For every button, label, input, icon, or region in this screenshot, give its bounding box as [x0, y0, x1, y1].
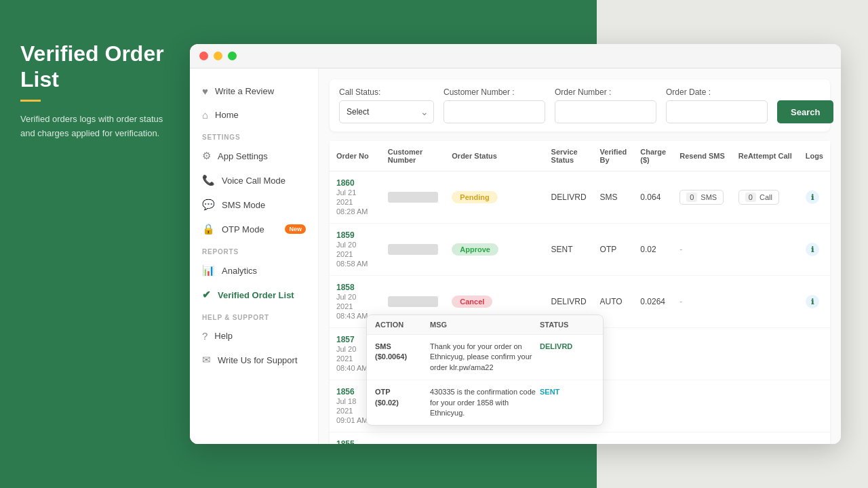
tooltip-status-2: SENT: [540, 387, 595, 397]
sidebar-item-otp-mode[interactable]: 🔒 OTP Mode New: [190, 217, 318, 241]
tooltip-header: ACTION MSG STATUS: [367, 315, 603, 335]
minimize-dot[interactable]: [214, 52, 222, 60]
customer-number-blurred: ●●●●●●●●●●: [388, 192, 438, 203]
col-reattempt-call: ReAttempt Call: [732, 141, 799, 171]
home-icon: ⌂: [202, 109, 208, 121]
customer-number-cell: ●●●●●●●●●●: [381, 171, 445, 224]
customer-number-input[interactable]: [443, 100, 545, 123]
order-time: 09:01 AM: [336, 416, 368, 424]
col-order-no: Order No: [330, 141, 381, 171]
info-icon[interactable]: ℹ: [806, 190, 819, 204]
verified-by-cell: AUTO: [593, 432, 634, 445]
info-icon[interactable]: ℹ: [806, 295, 819, 308]
order-link[interactable]: 1856: [336, 387, 355, 396]
reattempt-call-button[interactable]: 0 Call: [738, 190, 779, 205]
order-date: Jul 21 2021: [336, 188, 356, 206]
charge-cell: 0.0264: [633, 276, 673, 328]
resend-sms-cell: [673, 380, 732, 432]
order-link[interactable]: 1855: [336, 439, 355, 444]
tooltip-col-status: STATUS: [540, 321, 595, 329]
order-number-group: Order Number :: [555, 87, 656, 123]
resend-sms-cell: [673, 328, 732, 380]
hero-background: Verified Order List Verified orders logs…: [0, 0, 190, 488]
logs-cell: ℹ: [799, 224, 830, 276]
call-status-label: Call Status:: [339, 87, 434, 97]
status-badge-pending: Pending: [452, 191, 497, 203]
sidebar-label-app-settings: App Settings: [218, 151, 268, 161]
order-status-cell: Pending: [445, 171, 544, 224]
order-time: 08:40 AM: [336, 364, 368, 372]
resend-sms-button[interactable]: 0 SMS: [679, 190, 724, 205]
order-link[interactable]: 1857: [336, 335, 355, 344]
status-badge-approve: Approve: [452, 243, 498, 256]
call-status-select-wrapper: Select: [339, 100, 434, 123]
sidebar-item-voice-call[interactable]: 📞 Voice Call Mode: [190, 168, 318, 192]
sms-icon: 💬: [202, 199, 215, 211]
table-row: 1855 Jul 15 2021 04:37 AM ●●●●●●●●●● Can…: [330, 432, 830, 445]
resend-sms-cell: -: [673, 276, 732, 328]
sidebar-item-sms-mode[interactable]: 💬 SMS Mode: [190, 192, 318, 217]
tooltip-row-1: SMS($0.0064) Thank you for your order on…: [367, 335, 603, 380]
resend-sms-cell: -: [673, 224, 732, 276]
sidebar: ♥ Write a Review ⌂ Home SETTINGS ⚙ App S…: [190, 68, 319, 444]
verified-by-cell: OTP: [593, 224, 634, 276]
tooltip-row-2: OTP($0.02) 430335 is the confirmation co…: [367, 380, 603, 425]
order-time: 08:43 AM: [336, 312, 368, 320]
status-badge-cancel: Cancel: [452, 296, 492, 308]
tooltip-action-2: OTP($0.02): [375, 387, 430, 408]
order-no-cell: 1859 Jul 20 2021 08:58 AM: [330, 224, 381, 276]
order-date-group: Order Date :: [666, 87, 768, 123]
sidebar-item-write-review[interactable]: ♥ Write a Review: [190, 79, 318, 103]
hero-description: Verified orders logs with order status a…: [20, 113, 170, 141]
tooltip-status-1: DELIVRD: [540, 342, 595, 352]
charge-cell: [633, 328, 673, 380]
otp-new-badge: New: [285, 224, 306, 234]
customer-number-cell: ●●●●●●●●●●: [381, 432, 445, 445]
maximize-dot[interactable]: [228, 52, 237, 60]
sidebar-label-otp-mode: OTP Mode: [222, 224, 264, 235]
hero-title: Verified Order List: [20, 41, 170, 93]
col-charge: Charge($): [633, 141, 673, 171]
order-date: Jul 20 2021: [336, 241, 356, 258]
sidebar-label-verified-order: Verified Order List: [218, 290, 294, 300]
order-link[interactable]: 1858: [336, 283, 355, 292]
order-no-cell: 1855 Jul 15 2021 04:37 AM: [330, 432, 381, 445]
window-body: ♥ Write a Review ⌂ Home SETTINGS ⚙ App S…: [190, 68, 841, 444]
col-verified-by: VerifiedBy: [593, 141, 634, 171]
sidebar-item-write-support[interactable]: ✉ Write Us for Support: [190, 348, 318, 372]
order-date-input[interactable]: [666, 100, 768, 123]
hero-divider: [20, 100, 41, 102]
sms-label: SMS: [701, 193, 717, 201]
verified-by-cell: SMS: [593, 171, 634, 224]
tooltip-col-msg: MSG: [430, 321, 540, 329]
reattempt-cell: 0 Call: [732, 171, 799, 224]
info-icon[interactable]: ℹ: [806, 243, 819, 256]
logs-cell: ℹ: [799, 276, 830, 328]
sidebar-item-app-settings[interactable]: ⚙ App Settings: [190, 144, 318, 168]
charge-cell: 0.02: [633, 224, 673, 276]
main-content: Call Status: Select Customer Number : Or…: [319, 68, 841, 444]
sidebar-item-home[interactable]: ⌂ Home: [190, 103, 318, 127]
close-dot[interactable]: [199, 52, 208, 60]
call-status-select[interactable]: Select: [339, 100, 434, 123]
sidebar-item-help[interactable]: ? Help: [190, 324, 318, 348]
chart-icon: 📊: [202, 264, 215, 277]
order-link[interactable]: 1860: [336, 178, 355, 188]
reattempt-cell: [732, 432, 799, 445]
sidebar-label-sms-mode: SMS Mode: [222, 200, 265, 210]
order-date: Jul 20 2021: [336, 345, 356, 363]
search-button[interactable]: Search: [777, 100, 833, 123]
logs-cell: ℹ: [799, 171, 830, 224]
help-section-label: HELP & SUPPORT: [190, 307, 318, 324]
sidebar-item-verified-order[interactable]: ✔ Verified Order List: [190, 283, 318, 307]
order-no-cell: 1860 Jul 21 2021 08:28 AM: [330, 171, 381, 224]
tooltip-msg-2: 430335 is the confirmation code for your…: [430, 387, 540, 418]
sidebar-item-analytics[interactable]: 📊 Analytics: [190, 258, 318, 283]
logs-cell: [799, 328, 830, 380]
table-row: 1859 Jul 20 2021 08:58 AM ●●●●●●●●●● App…: [330, 224, 830, 276]
order-number-input[interactable]: [555, 100, 656, 123]
table-row: 1860 Jul 21 2021 08:28 AM ●●●●●●●●●● Pen…: [330, 171, 830, 224]
sidebar-label-write-review: Write a Review: [215, 86, 274, 96]
sidebar-label-voice-call: Voice Call Mode: [222, 176, 285, 186]
order-link[interactable]: 1859: [336, 230, 355, 240]
